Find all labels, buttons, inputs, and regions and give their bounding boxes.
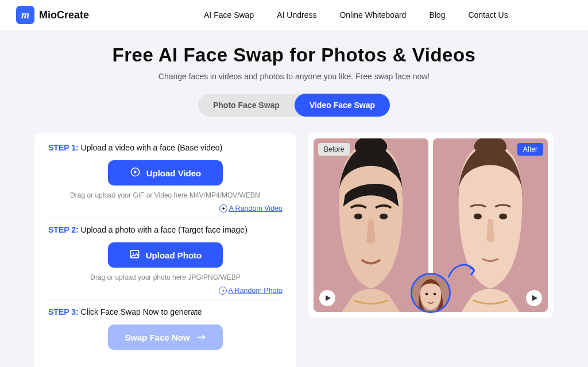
logo-mark: m [16, 6, 34, 24]
step-3-label: STEP 3: Click Face Swap Now to generate [48, 307, 283, 316]
upload-video-button[interactable]: Upload Video [108, 160, 223, 186]
step-3-text: Click Face Swap Now to generate [81, 307, 202, 316]
random-video-link[interactable]: A Random Video [229, 204, 283, 213]
step-1-text: Upload a video with a face (Base video) [81, 143, 223, 152]
swap-face-button[interactable]: Swap Face Now [108, 324, 223, 350]
step-2-prefix: STEP 2: [48, 225, 81, 234]
random-video-wrap: +A Random Video [48, 203, 283, 213]
nav-item-face-swap[interactable]: AI Face Swap [204, 10, 254, 20]
preview-after: After [433, 138, 548, 312]
svg-point-2 [133, 253, 134, 254]
main-content: STEP 1: Upload a video with a face (Base… [0, 133, 588, 367]
nav-item-whiteboard[interactable]: Online Whiteboard [339, 10, 406, 20]
step-1-prefix: STEP 1: [48, 143, 81, 152]
nav-item-blog[interactable]: Blog [429, 10, 445, 20]
hero: Free AI Face Swap for Photos & Videos Ch… [0, 30, 588, 127]
play-after-button[interactable] [526, 290, 542, 306]
before-badge: Before [318, 143, 350, 156]
page-title: Free AI Face Swap for Photos & Videos [0, 44, 588, 66]
random-photo-link[interactable]: A Random Photo [228, 287, 283, 295]
plus-circle-icon: + [219, 287, 227, 295]
svg-point-12 [425, 293, 428, 295]
upload-photo-button[interactable]: Upload Photo [108, 242, 223, 268]
swap-arrow-icon [446, 260, 480, 283]
upload-photo-label: Upload Photo [146, 250, 202, 260]
step-2-text: Upload a photo with a face (Target face … [81, 225, 247, 234]
tab-video-swap[interactable]: Video Face Swap [295, 94, 390, 117]
preview-panel: Before After [308, 133, 554, 318]
plus-circle-icon: + [219, 204, 227, 213]
svg-point-10 [499, 214, 507, 219]
play-circle-icon [130, 167, 141, 179]
step-1-label: STEP 1: Upload a video with a face (Base… [48, 143, 283, 152]
nav-item-undress[interactable]: AI Undress [277, 10, 316, 20]
header: m MioCreate AI Face Swap AI Undress Onli… [0, 0, 588, 30]
steps-panel: STEP 1: Upload a video with a face (Base… [34, 133, 296, 367]
after-face-illustration [433, 138, 548, 312]
target-face-illustration [412, 275, 449, 311]
step-2: STEP 2: Upload a photo with a face (Targ… [48, 225, 283, 300]
step-2-label: STEP 2: Upload a photo with a face (Targ… [48, 225, 283, 234]
step-3: STEP 3: Click Face Swap Now to generate … [48, 307, 283, 354]
mode-tabs: Photo Face Swap Video Face Swap [198, 94, 390, 117]
random-photo-wrap: +A Random Photo [48, 285, 283, 295]
arrow-right-icon [196, 333, 206, 342]
svg-point-6 [380, 214, 388, 219]
svg-point-13 [434, 293, 436, 295]
play-before-button[interactable] [319, 290, 335, 306]
top-nav: AI Face Swap AI Undress Online Whiteboar… [204, 10, 508, 20]
upload-video-label: Upload Video [146, 168, 202, 178]
svg-point-9 [474, 214, 482, 219]
svg-point-5 [354, 214, 362, 219]
step-2-hint: Drag or upload your photo here JPG/PNG/W… [48, 273, 283, 281]
logo[interactable]: m MioCreate [16, 6, 89, 24]
step-1-hint: Drag or upload your GIF or Video here M4… [48, 191, 283, 199]
after-badge: After [517, 143, 543, 156]
nav-item-contact[interactable]: Contact Us [468, 10, 508, 20]
step-3-prefix: STEP 3: [48, 307, 81, 316]
page-subtitle: Change faces in videos and photos to any… [0, 72, 588, 81]
target-face-thumbnail[interactable] [411, 273, 451, 313]
image-icon [129, 249, 140, 261]
step-1: STEP 1: Upload a video with a face (Base… [48, 143, 283, 218]
tab-photo-swap[interactable]: Photo Face Swap [198, 94, 295, 117]
swap-face-label: Swap Face Now [125, 333, 189, 342]
logo-text: MioCreate [39, 9, 89, 21]
